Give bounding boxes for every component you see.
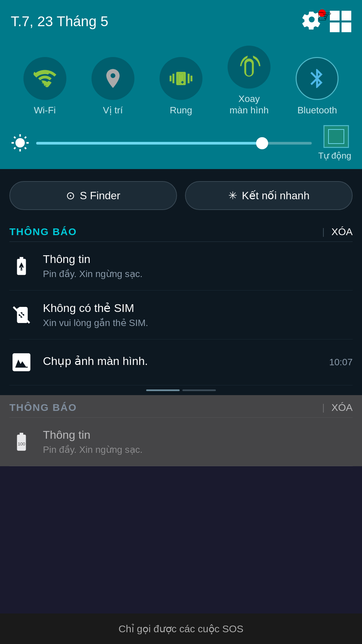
grey-notif-divider: | bbox=[322, 402, 324, 413]
svg-text:100: 100 bbox=[18, 266, 25, 271]
top-icons: ☞ bbox=[302, 9, 351, 34]
grey-battery-icon-box: 100 bbox=[9, 430, 34, 454]
sfinder-label: S Finder bbox=[80, 190, 120, 202]
grey-notifications-header: THÔNG BÁO | XÓA bbox=[9, 395, 353, 418]
notification-battery[interactable]: 100 Thông tin Pin đầy. Xin ngừng sạc. bbox=[9, 242, 353, 290]
auto-brightness-toggle[interactable] bbox=[323, 125, 349, 148]
battery-icon-box: 100 bbox=[9, 254, 34, 278]
notifications-clear-button[interactable]: XÓA bbox=[331, 226, 353, 237]
grey-battery-notif-subtitle: Pin đầy. Xin ngừng sạc. bbox=[43, 444, 353, 455]
notifications-header: THÔNG BÁO | XÓA bbox=[9, 219, 353, 242]
wifi-toggle[interactable]: Wi-Fi bbox=[23, 57, 66, 116]
bottom-bar-text: Chỉ gọi được các cuộc SOS bbox=[119, 623, 244, 634]
nosim-notif-subtitle: Xin vui lòng gắn thẻ SIM. bbox=[43, 317, 353, 328]
grey-notifications-title: THÔNG BÁO bbox=[9, 402, 315, 413]
notifications-title: THÔNG BÁO bbox=[9, 226, 315, 237]
screenshot-notif-title: Chụp ảnh màn hình. bbox=[43, 354, 320, 368]
rotate-label: Xoaymàn hình bbox=[230, 93, 269, 116]
brightness-icon bbox=[11, 134, 29, 153]
location-icon bbox=[102, 67, 124, 90]
vibrate-icon bbox=[170, 67, 192, 90]
vibrate-circle bbox=[160, 57, 202, 100]
grey-battery-icon: 100 bbox=[11, 431, 32, 452]
grey-notifications-clear-button[interactable]: XÓA bbox=[331, 402, 353, 413]
nosim-icon bbox=[11, 304, 32, 326]
screenshot-notif-time: 10:07 bbox=[329, 357, 353, 368]
quickconnect-label: Kết nối nhanh bbox=[242, 189, 310, 202]
scroll-dot-1 bbox=[146, 389, 180, 391]
auto-brightness-label: Tự động bbox=[318, 151, 352, 161]
bluetooth-circle bbox=[296, 57, 339, 100]
toggle-row: Wi-Fi Vị trí Rung bbox=[11, 46, 351, 116]
bluetooth-label: Bluetooth bbox=[297, 105, 337, 116]
brightness-fill bbox=[36, 142, 262, 145]
screenshot-notification-content: Chụp ảnh màn hình. bbox=[43, 354, 320, 370]
shortcut-buttons: ⊙ S Finder ✳ Kết nối nhanh bbox=[9, 177, 353, 219]
screenshot-icon-box bbox=[9, 350, 34, 374]
brightness-thumb bbox=[256, 137, 268, 149]
nosim-icon-box bbox=[9, 303, 34, 327]
location-label: Vị trí bbox=[103, 105, 123, 116]
nosim-notif-title: Không có thẻ SIM bbox=[43, 301, 353, 315]
brightness-slider[interactable] bbox=[36, 142, 312, 145]
battery-notif-subtitle: Pin đầy. Xin ngừng sạc. bbox=[43, 268, 353, 279]
rotate-icon bbox=[238, 56, 260, 78]
wifi-icon bbox=[34, 67, 56, 90]
battery-notification-content: Thông tin Pin đầy. Xin ngừng sạc. bbox=[43, 253, 353, 279]
bluetooth-toggle[interactable]: Bluetooth bbox=[296, 57, 339, 116]
grey-notification-battery[interactable]: 100 Thông tin Pin đầy. Xin ngừng sạc. bbox=[9, 418, 353, 466]
grey-battery-notif-title: Thông tin bbox=[43, 428, 353, 441]
rotate-toggle[interactable]: Xoaymàn hình bbox=[228, 46, 270, 116]
middle-section: ⊙ S Finder ✳ Kết nối nhanh bbox=[0, 169, 362, 219]
quickconnect-button[interactable]: ✳ Kết nối nhanh bbox=[185, 181, 353, 210]
notification-screenshot[interactable]: Chụp ảnh màn hình. 10:07 bbox=[9, 339, 353, 385]
cursor-icon: ☞ bbox=[317, 6, 333, 26]
wifi-label: Wi-Fi bbox=[34, 105, 56, 116]
nosim-notification-content: Không có thẻ SIM Xin vui lòng gắn thẻ SI… bbox=[43, 301, 353, 328]
sfinder-icon: ⊙ bbox=[66, 189, 75, 202]
auto-brightness-inner bbox=[328, 129, 344, 144]
bottom-bar: Chỉ gọi được các cuộc SOS bbox=[0, 613, 362, 644]
battery-notif-title: Thông tin bbox=[43, 253, 353, 266]
brightness-row: Tự động bbox=[11, 125, 351, 161]
screenshot-icon bbox=[11, 352, 32, 373]
grid-view-button[interactable] bbox=[330, 11, 351, 32]
notifications-section: THÔNG BÁO | XÓA 100 Thông tin Pin đầy. X… bbox=[0, 219, 362, 395]
quick-settings-panel: T.7, 23 Tháng 5 ☞ Wi-Fi bbox=[0, 0, 362, 169]
sfinder-button[interactable]: ⊙ S Finder bbox=[9, 181, 177, 210]
wifi-circle bbox=[23, 57, 66, 100]
notification-nosim[interactable]: Không có thẻ SIM Xin vui lòng gắn thẻ SI… bbox=[9, 290, 353, 339]
rotate-circle bbox=[228, 46, 270, 89]
bluetooth-icon bbox=[306, 67, 328, 90]
scroll-dot-2 bbox=[182, 389, 216, 391]
location-circle bbox=[92, 57, 134, 100]
quickconnect-icon: ✳ bbox=[228, 189, 237, 202]
auto-brightness-column: Tự động bbox=[318, 125, 352, 161]
grey-battery-notification-content: Thông tin Pin đầy. Xin ngừng sạc. bbox=[43, 428, 353, 455]
date-display: T.7, 23 Tháng 5 bbox=[11, 13, 108, 30]
notif-divider: | bbox=[322, 226, 324, 237]
svg-text:100: 100 bbox=[18, 441, 25, 446]
top-bar: T.7, 23 Tháng 5 ☞ bbox=[11, 9, 351, 34]
vibrate-label: Rung bbox=[170, 105, 192, 116]
vibrate-toggle[interactable]: Rung bbox=[160, 57, 202, 116]
grey-notifications-section: THÔNG BÁO | XÓA 100 Thông tin Pin đầy. X… bbox=[0, 395, 362, 466]
settings-button[interactable]: ☞ bbox=[302, 9, 326, 34]
battery-full-icon: 100 bbox=[11, 255, 32, 277]
scroll-dots bbox=[9, 385, 353, 395]
location-toggle[interactable]: Vị trí bbox=[92, 57, 134, 116]
